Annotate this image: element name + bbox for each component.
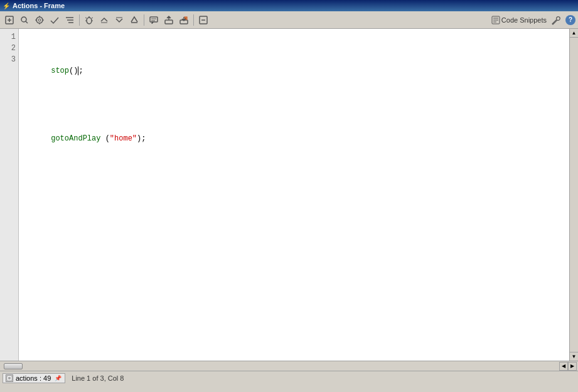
code-line-3: gotoAndPlay ("home"); <box>24 122 564 133</box>
apply-button[interactable] <box>127 13 141 27</box>
pin-button[interactable]: 📌 <box>53 374 62 383</box>
add-statement-button[interactable] <box>3 13 16 27</box>
scroll-thumb[interactable] <box>4 363 23 369</box>
svg-line-17 <box>92 18 93 18</box>
separator-3 <box>193 14 194 26</box>
line-number-3: 3 <box>0 54 18 65</box>
frame-icon <box>6 374 13 382</box>
scroll-down-arrow[interactable]: ▼ <box>570 352 579 361</box>
horizontal-scrollbar[interactable]: ◀ ▶ <box>0 361 578 371</box>
svg-point-5 <box>36 17 43 23</box>
toolbar: Code Snippets ? <box>0 11 578 29</box>
import-icon <box>179 15 189 25</box>
svg-point-14 <box>87 18 92 24</box>
stop-keyword: stop <box>51 66 69 75</box>
import-button[interactable] <box>177 13 191 27</box>
separator-1 <box>79 14 80 26</box>
wrench-button[interactable] <box>549 13 563 27</box>
home-string: "home" <box>110 134 137 143</box>
help-button[interactable]: ? <box>565 15 575 25</box>
code-snippets-button[interactable]: Code Snippets <box>491 16 547 24</box>
auto-format-icon <box>65 15 75 25</box>
cursor-position: Line 1 of 3, Col 8 <box>69 374 126 382</box>
apply-icon <box>129 15 139 25</box>
scroll-up-arrow[interactable]: ▲ <box>570 29 579 38</box>
separator-2 <box>144 14 144 26</box>
snippets-icon <box>491 16 500 24</box>
export-button[interactable] <box>162 13 176 27</box>
collapse-button[interactable] <box>97 13 111 27</box>
export-icon <box>164 15 174 25</box>
insert-comment-button[interactable] <box>147 13 161 27</box>
title-bar-text: Actions - Frame <box>13 2 65 9</box>
svg-line-4 <box>26 21 28 23</box>
target-path-button[interactable] <box>33 13 46 27</box>
collapse-icon <box>99 15 109 25</box>
code-line-1: stop(); <box>24 54 564 65</box>
title-bar: ⚡ Actions - Frame <box>0 0 578 11</box>
goto-keyword: gotoAndPlay <box>51 134 100 143</box>
editor-area: 1 2 3 stop(); gotoAndPlay ("home"); ▲ ▼ <box>0 29 578 361</box>
scroll-left-arrow[interactable]: ◀ <box>559 362 568 371</box>
expand-icon <box>114 15 124 25</box>
find-icon <box>19 15 29 25</box>
code-snippets-label: Code Snippets <box>501 16 547 24</box>
svg-point-3 <box>21 17 26 22</box>
target-icon <box>35 15 45 25</box>
svg-rect-23 <box>150 17 158 22</box>
text-cursor <box>78 66 78 75</box>
code-editor[interactable]: stop(); gotoAndPlay ("home"); <box>19 29 569 361</box>
debug-icon <box>84 15 94 25</box>
vertical-scrollbar[interactable]: ▲ ▼ <box>569 29 578 361</box>
scroll-right-arrow[interactable]: ▶ <box>568 362 577 371</box>
auto-format-button[interactable] <box>63 13 77 27</box>
actions-panel: actions : 49 📌 <box>3 373 65 383</box>
find-button[interactable] <box>18 13 31 27</box>
debug-button[interactable] <box>82 13 96 27</box>
add-icon <box>4 15 14 25</box>
svg-point-6 <box>38 19 41 21</box>
options-button[interactable] <box>196 13 210 27</box>
line-number-1: 1 <box>0 31 18 43</box>
actions-label: actions : 49 <box>16 374 51 382</box>
check-syntax-icon <box>50 15 60 25</box>
toolbar-right: Code Snippets ? <box>491 13 575 27</box>
comment-icon <box>149 15 159 25</box>
code-line-2 <box>24 88 564 99</box>
title-bar-icon: ⚡ <box>3 3 10 9</box>
options-icon <box>198 15 208 25</box>
status-bar: actions : 49 📌 Line 1 of 3, Col 8 <box>0 371 578 384</box>
check-syntax-button[interactable] <box>48 13 62 27</box>
svg-line-16 <box>85 18 87 18</box>
wrench-icon <box>551 15 561 25</box>
scroll-arrows-right: ◀ ▶ <box>559 362 577 371</box>
svg-rect-26 <box>165 20 173 24</box>
line-number-2: 2 <box>0 43 18 54</box>
svg-rect-39 <box>8 377 11 379</box>
line-numbers: 1 2 3 <box>0 29 19 361</box>
expand-button[interactable] <box>112 13 126 27</box>
